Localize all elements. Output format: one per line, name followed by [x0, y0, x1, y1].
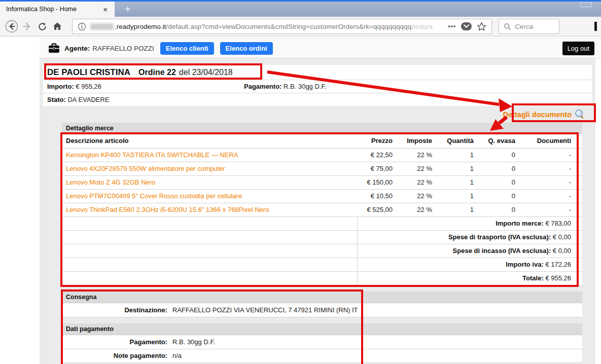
window-control-icon[interactable]: [581, 3, 592, 7]
documenti-cell: -: [525, 203, 582, 216]
url-host: .readyprodemo.it: [115, 23, 166, 30]
table-row: Lenovo Moto Z 4G 32GB Nero € 150,00 22 %…: [62, 175, 582, 189]
bookmark-star-icon[interactable]: [477, 22, 486, 31]
url-bar[interactable]: .readyprodemo.it /default.asp?cmd=viewDo…: [72, 19, 492, 34]
consegna-section: Consegna Destinazione: RAFFAELLO POZZI V…: [62, 292, 582, 317]
quantita-cell: 1: [442, 189, 484, 203]
totals-row: Spese di trasporto (IVA esclusa): € 0,00: [62, 230, 582, 244]
totals-row: Totale: € 955,26: [62, 271, 582, 285]
customer-name: DE PAOLI CRISTINA: [47, 67, 130, 78]
destinazione-value: RAFFAELLO POZZI VIA VENERUCCI, 7 47921 R…: [167, 306, 358, 314]
back-arrow-icon: [5, 19, 19, 33]
total-label: Importo iva:: [506, 261, 543, 268]
product-link[interactable]: Lenovo ThinkPad E560 2.3GHz i5-6200U 15.…: [66, 206, 269, 213]
prezzo-cell: € 75,00: [357, 162, 403, 175]
back-button[interactable]: [4, 19, 19, 34]
browser-toolbar: .readyprodemo.it /default.asp?cmd=viewDo…: [0, 17, 601, 37]
quantita-cell: 1: [442, 162, 484, 175]
search-icon: [504, 23, 511, 30]
new-tab-button[interactable]: +: [119, 2, 137, 17]
logout-button[interactable]: Log out: [562, 42, 594, 55]
prezzo-cell: € 10,50: [357, 189, 403, 203]
dati-pagamento-title: Dati pagamento: [62, 323, 582, 335]
page-actions-icon[interactable]: •••: [448, 23, 456, 30]
forward-button[interactable]: [19, 19, 34, 34]
magnifier-icon[interactable]: [575, 109, 585, 120]
stato-label: Stato:: [47, 96, 66, 103]
merce-section: Dettaglio merce Descrizione articolo Pre…: [62, 123, 582, 285]
qevasa-cell: 0: [484, 175, 525, 189]
pocket-icon[interactable]: [461, 22, 472, 30]
table-row: Kensington KP400 TASTIERA ITA SWITCHABLE…: [62, 148, 582, 162]
merce-header-row: Descrizione articolo Prezzo Imposte Quan…: [62, 134, 582, 148]
col-descrizione: Descrizione articolo: [62, 134, 357, 148]
product-link[interactable]: Lenovo PTM7C00409 5" Cover Rosso custodi…: [66, 192, 242, 200]
total-value: € 955,26: [545, 274, 571, 282]
quantita-cell: 1: [442, 175, 484, 189]
col-prezzo: Prezzo: [357, 134, 403, 148]
total-value: € 0,00: [553, 233, 571, 241]
browser-tab-bar: Informatica Shop - Home × +: [0, 0, 601, 17]
reload-icon: [38, 22, 47, 31]
dati-pagamento-section: Dati pagamento Pagamento: R.B. 30gg D.F.…: [62, 323, 582, 363]
product-link[interactable]: Kensington KP400 TASTIERA ITA SWITCHABLE…: [66, 151, 238, 159]
documenti-cell: -: [525, 189, 582, 203]
total-label: Totale:: [522, 274, 544, 282]
col-qevasa: Q. evasa: [484, 134, 525, 148]
quantita-cell: 1: [442, 203, 484, 216]
toolbar-overflow-icon[interactable]: [594, 22, 597, 31]
search-input[interactable]: Cerca: [499, 19, 559, 34]
product-link[interactable]: Lenovo Moto Z 4G 32GB Nero: [66, 178, 155, 186]
consegna-section-title: Consegna: [62, 292, 582, 303]
order-page: DE PAOLI CRISTINA Ordine 22 del 23/04/20…: [40, 58, 595, 364]
destinazione-row: Destinazione: RAFFAELLO POZZI VIA VENERU…: [62, 304, 582, 317]
order-status-row: Stato: DA EVADERE: [43, 93, 592, 106]
imposte-cell: 22 %: [403, 148, 442, 162]
imposte-cell: 22 %: [403, 203, 442, 216]
table-row: Lenovo PTM7C00409 5" Cover Rosso custodi…: [62, 189, 582, 203]
prezzo-cell: € 22,50: [357, 148, 403, 162]
forward-arrow-icon: [22, 21, 32, 31]
briefcase-icon: [48, 43, 60, 53]
col-imposte: Imposte: [403, 134, 442, 148]
home-icon: [52, 21, 62, 31]
elenco-clienti-button[interactable]: Elenco clienti: [160, 42, 214, 55]
imposte-cell: 22 %: [403, 175, 442, 189]
dettagli-documento-link[interactable]: Dettagli documento: [503, 111, 572, 119]
app-header: Agente: RAFFAELLO POZZI Elenco clienti E…: [40, 38, 601, 58]
site-info-icon[interactable]: [78, 22, 86, 31]
reload-button[interactable]: [34, 19, 50, 34]
quantita-cell: 1: [442, 148, 484, 162]
pagamento-row-label: Pagamento:: [62, 338, 167, 346]
documenti-cell: -: [525, 162, 582, 175]
note-pagamento-row: Note pagamento: n/a: [62, 349, 582, 363]
product-link[interactable]: Lenovo 4X20F28579 550W alimentatore per …: [66, 165, 225, 172]
total-value: € 172,26: [545, 261, 571, 268]
url-redacted-subdomain: [90, 23, 114, 30]
importo-value: € 955,26: [76, 83, 101, 90]
home-button[interactable]: [50, 19, 65, 34]
qevasa-cell: 0: [484, 148, 525, 162]
merce-section-title: Dettaglio merce: [62, 123, 582, 134]
order-title-row: DE PAOLI CRISTINA Ordine 22 del 23/04/20…: [43, 65, 592, 80]
tab-close-icon[interactable]: ×: [101, 5, 110, 14]
details-link-row: Dettagli documento: [43, 106, 592, 123]
order-number: Ordine 22: [138, 68, 176, 77]
prezzo-cell: € 150,00: [357, 175, 403, 189]
total-value: € 0,00: [553, 247, 571, 254]
merce-table: Descrizione articolo Prezzo Imposte Quan…: [62, 134, 582, 285]
totals-row: Spese di incasso (IVA esclusa): € 0,00: [62, 244, 582, 258]
importo-label: Importo:: [47, 83, 74, 90]
order-date: del 23/04/2018: [179, 68, 233, 77]
tab-title: Informatica Shop - Home: [6, 6, 101, 13]
table-row: Lenovo 4X20F28579 550W alimentatore per …: [62, 162, 582, 175]
elenco-ordini-button[interactable]: Elenco ordini: [220, 42, 273, 55]
imposte-cell: 22 %: [403, 162, 442, 175]
browser-tab[interactable]: Informatica Shop - Home ×: [0, 2, 115, 17]
note-pagamento-label: Note pagamento:: [62, 352, 167, 359]
total-label: Spese di trasporto (IVA esclusa):: [448, 233, 551, 241]
note-pagamento-value: n/a: [167, 352, 182, 359]
pagamento-label: Pagamento:: [244, 83, 281, 90]
order-info-row: Importo: € 955,26 Pagamento: R.B. 30gg D…: [43, 80, 592, 93]
agent-name: RAFFAELLO POZZI: [92, 45, 154, 52]
